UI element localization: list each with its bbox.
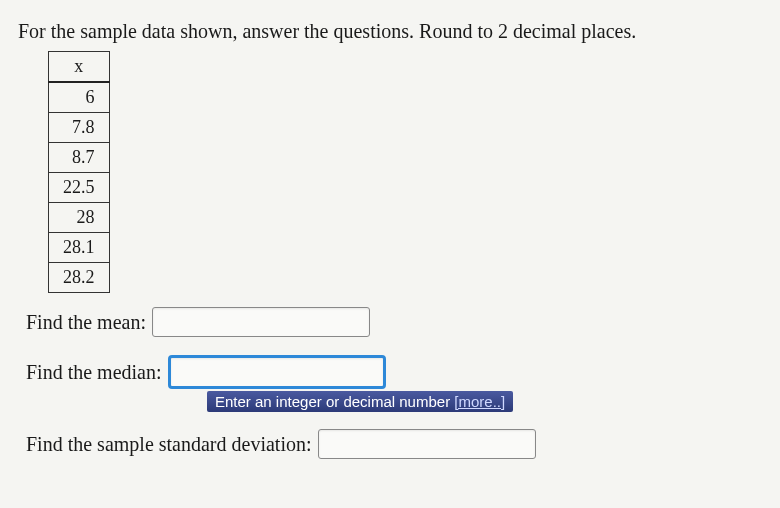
- table-cell: 28.1: [49, 233, 110, 263]
- sd-label: Find the sample standard deviation:: [26, 433, 312, 456]
- mean-label: Find the mean:: [26, 311, 146, 334]
- table-cell: 8.7: [49, 143, 110, 173]
- table-row: 28.1: [49, 233, 110, 263]
- data-table: x 6 7.8 8.7 22.5 28 28.1 28.2: [48, 51, 110, 293]
- mean-input[interactable]: [152, 307, 370, 337]
- table-row: 7.8: [49, 113, 110, 143]
- table-row: 6: [49, 82, 110, 113]
- table-row: 22.5: [49, 173, 110, 203]
- table-cell: 28.2: [49, 263, 110, 293]
- table-row: 28.2: [49, 263, 110, 293]
- mean-question: Find the mean:: [26, 307, 762, 337]
- sd-question: Find the sample standard deviation:: [26, 429, 762, 459]
- median-input[interactable]: [168, 355, 386, 389]
- table-cell: 7.8: [49, 113, 110, 143]
- table-row: 28: [49, 203, 110, 233]
- sd-input[interactable]: [318, 429, 536, 459]
- table-header-x: x: [49, 52, 110, 83]
- table-cell: 6: [49, 82, 110, 113]
- hint-text: Enter an integer or decimal number: [215, 393, 454, 410]
- table-row: 8.7: [49, 143, 110, 173]
- median-question: Find the median: Enter an integer or dec…: [26, 355, 762, 389]
- problem-prompt: For the sample data shown, answer the qu…: [18, 20, 762, 43]
- table-cell: 28: [49, 203, 110, 233]
- input-hint-tooltip: Enter an integer or decimal number [more…: [207, 391, 513, 412]
- median-label: Find the median:: [26, 361, 162, 384]
- table-cell: 22.5: [49, 173, 110, 203]
- hint-more-link[interactable]: [more..]: [454, 393, 505, 410]
